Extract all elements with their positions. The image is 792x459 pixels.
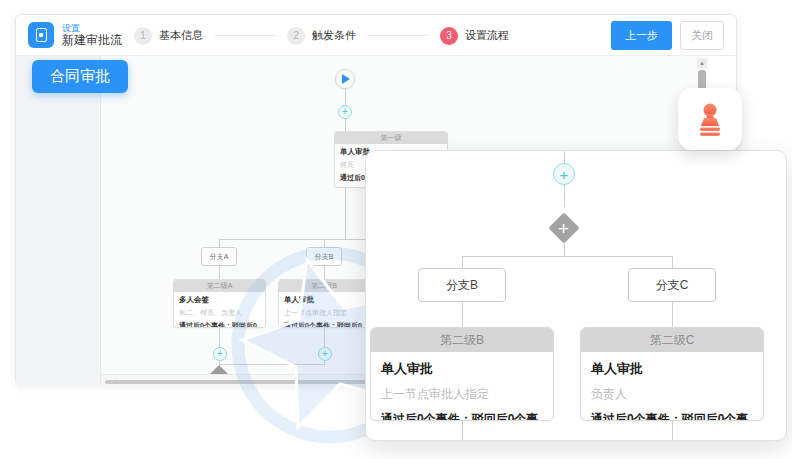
gateway-plus-icon: + [558, 219, 569, 238]
connector-line [219, 328, 220, 347]
connector-line [324, 239, 325, 247]
title-block: 设置 新建审批流 [62, 23, 122, 47]
approval-type: 单人审批 [381, 360, 543, 378]
connector-line [324, 266, 325, 279]
page-title: 新建审批流 [62, 33, 122, 47]
node-header: 第二级C [581, 328, 763, 352]
connector-line [672, 302, 673, 327]
connector-line [324, 328, 325, 347]
branch-node-b[interactable]: 分支B [306, 247, 342, 266]
connector-line [564, 185, 565, 207]
add-node-button[interactable]: + [318, 347, 332, 361]
node-header: 第一级 [335, 132, 447, 144]
stamp-icon [693, 101, 727, 137]
scroll-up-icon[interactable]: ▲ [697, 58, 707, 68]
app-icon [28, 22, 54, 48]
step-trigger-condition[interactable]: 2 触发条件 [287, 27, 356, 45]
connector-line [462, 421, 463, 441]
left-panel [16, 56, 101, 385]
step-set-process[interactable]: 3 设置流程 [440, 27, 509, 45]
add-node-button[interactable]: + [553, 163, 575, 185]
step-label: 设置流程 [465, 28, 509, 43]
node-body: 单人审批 上一节点审批人指定 通过后0个事件；驳回后0个事件 [371, 352, 553, 421]
connector-line [219, 266, 220, 279]
connector-line [564, 151, 565, 163]
add-node-button[interactable]: + [338, 105, 352, 119]
start-node[interactable] [335, 69, 355, 89]
connector-line [345, 188, 346, 239]
branch-node-b[interactable]: 分支B [418, 268, 506, 302]
connector-line [219, 239, 220, 247]
node-header: 第二级B [371, 328, 553, 352]
zoom-preview-panel: + + 分支B 分支C 第二级B 单人审批 上一节点审批人指定 通过后0个事件；… [365, 150, 787, 441]
approval-node-level2a[interactable]: 第二级A 多人会签 和二、何亮、负责人 通过后0个事件；驳回后0个事件 [173, 279, 266, 328]
connector-line [564, 243, 565, 256]
branch-node-c[interactable]: 分支C [628, 268, 716, 302]
node-body: 单人审批 上一节点审批人指定 通过后0个事件；驳回后0个事件 [279, 292, 369, 328]
step-number: 1 [134, 27, 152, 45]
connector-line [462, 256, 672, 257]
node-header: 第二级B [279, 280, 369, 292]
connector-line [462, 256, 463, 268]
prev-step-button[interactable]: 上一步 [611, 21, 672, 50]
event-summary: 通过后0个事件；驳回后0个事件 [591, 411, 753, 421]
play-icon [342, 74, 350, 84]
add-node-button[interactable]: + [213, 347, 227, 361]
step-label: 基本信息 [159, 28, 203, 43]
event-summary: 通过后0个事件；驳回后0个事件 [381, 411, 543, 421]
approver: 负责人 [591, 386, 753, 403]
connector-line [345, 119, 346, 131]
approver: 上一节点审批人指定 [381, 386, 543, 403]
connector-line [672, 256, 673, 268]
node-body: 多人会签 和二、何亮、负责人 通过后0个事件；驳回后0个事件 [174, 292, 265, 328]
stamp-card[interactable] [678, 88, 742, 150]
approval-node-level2b[interactable]: 第二级B 单人审批 上一节点审批人指定 通过后0个事件；驳回后0个事件 [370, 327, 554, 421]
connector-line [219, 364, 325, 365]
node-header: 第二级A [174, 280, 265, 292]
topbar: 设置 新建审批流 1 基本信息 2 触发条件 3 设置流程 [16, 15, 736, 56]
event-summary: 通过后0个事件；驳回后0个事件 [179, 321, 260, 328]
branch-node-a[interactable]: 分支A [201, 247, 237, 266]
document-icon [36, 28, 47, 42]
approval-type: 单人审批 [284, 295, 364, 305]
step-number: 2 [287, 27, 305, 45]
step-indicator: 1 基本信息 2 触发条件 3 设置流程 [134, 15, 509, 56]
step-connector [368, 35, 428, 36]
approval-type: 单人审批 [591, 360, 753, 378]
step-number: 3 [440, 27, 458, 45]
step-connector [215, 35, 275, 36]
close-button[interactable]: 关闭 [680, 21, 724, 50]
breadcrumb-category: 设置 [62, 23, 122, 33]
approver: 上一节点审批人指定 [284, 308, 364, 318]
connector-line [345, 89, 346, 105]
event-summary: 通过后0个事件；驳回后0个事件 [284, 321, 364, 328]
page: 设置 新建审批流 1 基本信息 2 触发条件 3 设置流程 [0, 0, 792, 459]
node-body: 单人审批 负责人 通过后0个事件；驳回后0个事件 [581, 352, 763, 421]
connector-line [462, 302, 463, 327]
topbar-buttons: 上一步 关闭 [611, 21, 724, 50]
step-label: 触发条件 [312, 28, 356, 43]
approval-node-level2c[interactable]: 第二级C 单人审批 负责人 通过后0个事件；驳回后0个事件 [580, 327, 764, 421]
approval-type: 多人会签 [179, 295, 260, 305]
approval-node-level2b[interactable]: 第二级B 单人审批 上一节点审批人指定 通过后0个事件；驳回后0个事件 [278, 279, 370, 328]
connector-line [672, 421, 673, 441]
approver: 和二、何亮、负责人 [179, 308, 260, 318]
step-basic-info[interactable]: 1 基本信息 [134, 27, 203, 45]
flow-name-tag: 合同审批 [32, 60, 128, 93]
